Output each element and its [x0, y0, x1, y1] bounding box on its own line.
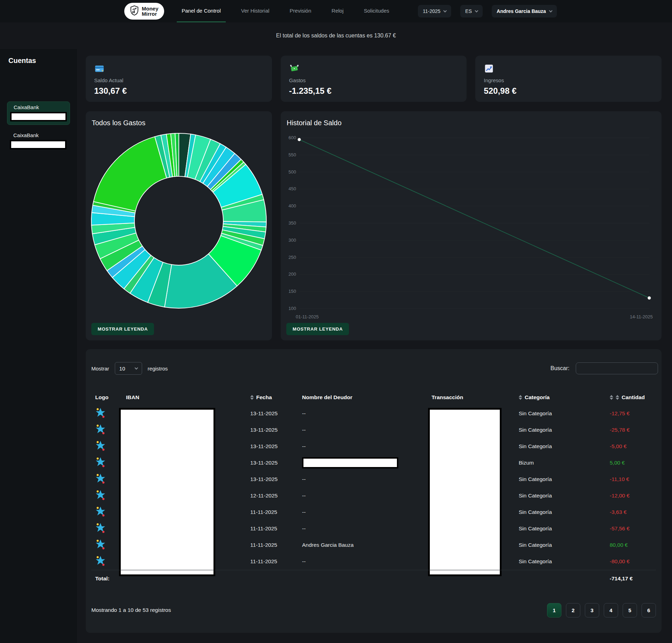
- caixabank-logo: [91, 407, 119, 420]
- credit-card-icon: [94, 63, 264, 74]
- debtor-name: --: [302, 476, 306, 482]
- amount-cell: -25,78 €: [595, 427, 656, 433]
- column-label: IBAN: [126, 394, 139, 400]
- column-header-nombre-del-deudor: Nombre del Deudor: [296, 394, 427, 401]
- date-cell: 13-11-2025: [243, 410, 296, 417]
- category-cell: Sin Categoría: [518, 443, 595, 450]
- account-name: CaixaBank: [7, 132, 70, 138]
- user-menu[interactable]: Andres Garcia Bauza: [492, 5, 557, 17]
- caixabank-logo: [91, 538, 119, 552]
- page-button-3[interactable]: 3: [585, 603, 599, 617]
- page-button-6[interactable]: 6: [642, 603, 656, 617]
- caixabank-logo: [91, 440, 119, 453]
- debtor-cell: --: [296, 476, 427, 482]
- y-tick-label: 200: [288, 271, 296, 277]
- page-size-select[interactable]: 10: [115, 362, 142, 375]
- language-select-value: ES: [465, 8, 472, 14]
- account-iban-redaction: [10, 112, 67, 121]
- chevron-down-icon: [134, 366, 138, 369]
- sort-icon[interactable]: [616, 395, 619, 400]
- card-value: 130,67 €: [94, 86, 264, 96]
- debtor-name: --: [302, 410, 306, 416]
- y-tick-label: 350: [288, 220, 296, 226]
- search-controls: Buscar:: [551, 362, 658, 375]
- category-cell: Sin Categoría: [518, 410, 595, 417]
- sidebar-account-item[interactable]: CaixaBank: [7, 101, 70, 125]
- nav-tabs: Panel de ControlVer HistorialPrevisiónRe…: [177, 0, 405, 22]
- tab-panel-de-control[interactable]: Panel de Control: [177, 0, 226, 22]
- money-mirror-logo[interactable]: Money Mirror: [124, 3, 164, 20]
- page-button-4[interactable]: 4: [604, 603, 618, 617]
- data-point[interactable]: [298, 138, 301, 141]
- page-button-1[interactable]: 1: [547, 603, 561, 617]
- donut-segment[interactable]: [93, 137, 167, 211]
- y-tick-label: 100: [288, 306, 296, 311]
- x-tick-label: 01-11-2025: [296, 314, 319, 319]
- column-label: Transacción: [432, 394, 463, 400]
- amount-cell: -3,63 €: [595, 509, 656, 515]
- date-cell: 13-11-2025: [243, 443, 296, 450]
- y-tick-label: 250: [288, 255, 296, 260]
- balance-line: [299, 140, 649, 298]
- accounts-sidebar: Cuentas CaixaBankCaixaBank: [0, 49, 77, 643]
- shield-chart-icon: [130, 5, 139, 17]
- caixabank-logo: [91, 555, 119, 568]
- data-point[interactable]: [648, 296, 651, 299]
- x-tick-label: 14-11-2025: [630, 314, 653, 319]
- chevron-down-icon: [475, 9, 478, 12]
- caixabank-logo: [91, 423, 119, 437]
- sort-icon[interactable]: [610, 395, 613, 400]
- pagination: 123456: [547, 603, 656, 617]
- debtor-cell: --: [296, 427, 427, 433]
- page-button-2[interactable]: 2: [566, 603, 580, 617]
- donut-chart-title: Todos los Gastos: [92, 119, 145, 127]
- sidebar-account-item[interactable]: CaixaBank: [7, 130, 70, 153]
- sort-icon[interactable]: [519, 395, 522, 400]
- language-select[interactable]: ES: [460, 5, 483, 17]
- y-tick-label: 150: [288, 289, 296, 294]
- show-legend-button-line[interactable]: MOSTRAR LEYENDA: [286, 323, 349, 335]
- total-label: Total:: [91, 575, 119, 582]
- debtor-name: Andres Garcia Bauza: [302, 542, 354, 548]
- date-cell: 11-11-2025: [243, 558, 296, 565]
- logo-text: Money Mirror: [142, 6, 159, 16]
- sidebar-title: Cuentas: [8, 57, 36, 65]
- debtor-cell: Andres Garcia Bauza: [296, 542, 427, 548]
- category-cell: Bizum: [518, 460, 595, 466]
- show-legend-button-donut[interactable]: MOSTRAR LEYENDA: [91, 323, 154, 335]
- total-value: -714,17 €: [595, 575, 656, 582]
- column-label: Fecha: [256, 394, 272, 401]
- card-value: 520,98 €: [484, 86, 653, 96]
- column-header-categor-a[interactable]: Categoría: [518, 394, 595, 401]
- expenses-donut-card: Todos los Gastos MOSTRAR LEYENDA: [86, 111, 272, 340]
- category-cell: Sin Categoría: [518, 427, 595, 433]
- sort-icon[interactable]: [250, 395, 254, 400]
- category-cell: Sin Categoría: [518, 509, 595, 515]
- column-header-cantidad[interactable]: Cantidad: [595, 394, 656, 401]
- table-header-row: LogoIBANFechaNombre del DeudorTransacció…: [91, 390, 656, 405]
- month-select[interactable]: 11-2025: [418, 5, 451, 17]
- debtor-name: --: [302, 509, 306, 515]
- balance-history-chart: 60055050045040035030025020015010001-11-2…: [286, 129, 656, 322]
- date-cell: 13-11-2025: [243, 427, 296, 433]
- debtor-cell: --: [296, 525, 427, 532]
- search-input[interactable]: [576, 362, 658, 374]
- date-cell: 12-11-2025: [243, 493, 296, 499]
- y-tick-label: 300: [288, 238, 296, 243]
- tab-reloj[interactable]: Reloj: [327, 0, 348, 22]
- pagination-info: Mostrando 1 a 10 de 53 registros: [91, 607, 171, 613]
- date-cell: 11-11-2025: [243, 509, 296, 515]
- column-header-fecha[interactable]: Fecha: [243, 394, 296, 401]
- tab-ver-historial[interactable]: Ver Historial: [236, 0, 274, 22]
- debtor-cell: [296, 457, 427, 468]
- column-header-iban: IBAN: [119, 394, 243, 401]
- summary-card-saldo-actual: Saldo Actual130,67 €: [86, 56, 272, 102]
- page-button-5[interactable]: 5: [623, 603, 637, 617]
- account-name: CaixaBank: [7, 104, 70, 110]
- caixabank-logo: [91, 489, 119, 502]
- tab-previsi-n[interactable]: Previsión: [285, 0, 316, 22]
- account-iban-redaction: [10, 140, 66, 149]
- debtor-name-redaction: [302, 457, 398, 468]
- amount-cell: 80,00 €: [595, 542, 656, 548]
- tab-solicitudes[interactable]: Solicitudes: [359, 0, 394, 22]
